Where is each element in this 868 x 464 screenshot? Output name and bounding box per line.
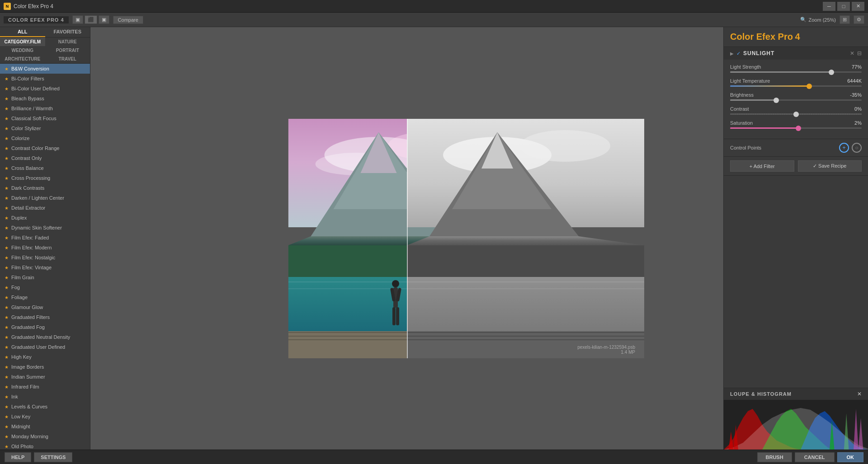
settings-button[interactable]: SETTINGS (34, 452, 72, 462)
filter-close-icon[interactable]: ✕ (850, 50, 854, 56)
filter-label: Bi-Color User Defined (11, 86, 60, 91)
filter-item-film-efex-vintage[interactable]: ★Film Efex: Vintage (0, 262, 90, 272)
filter-item-contrast-only[interactable]: ★Contrast Only (0, 153, 90, 163)
add-cp-button[interactable]: + (839, 143, 849, 153)
contrast-thumb[interactable] (793, 112, 799, 117)
tab-favorites[interactable]: FAVORITES (45, 27, 90, 37)
filter-item-detail-extractor[interactable]: ★Detail Extractor (0, 203, 90, 213)
contrast-slider[interactable] (730, 113, 862, 115)
saturation-value: 2% (854, 120, 862, 126)
light-temp-slider[interactable] (730, 85, 862, 87)
filter-item-dynamic-skin-softener[interactable]: ★Dynamic Skin Softener (0, 223, 90, 233)
tab-all[interactable]: ALL (0, 27, 45, 37)
filter-item-bi-color-user-defined[interactable]: ★Bi-Color User Defined (0, 84, 90, 94)
filter-section-header[interactable]: ▶ ✓ SUNLIGHT ✕ ⊟ (724, 47, 868, 60)
filter-item-film-efex-modern[interactable]: ★Film Efex: Modern (0, 243, 90, 253)
canvas-area[interactable]: pexels-kilian-m-1232594.psb 1.4 MP (90, 27, 723, 450)
filter-item-midnight[interactable]: ★Midnight (0, 422, 90, 431)
add-filter-button[interactable]: + Add Filter (730, 160, 794, 172)
filter-item-glamour-glow[interactable]: ★Glamour Glow (0, 302, 90, 312)
ok-button[interactable]: OK (837, 452, 864, 462)
filter-item-film-grain[interactable]: ★Film Grain (0, 272, 90, 282)
filter-item-classical-soft-focus[interactable]: ★Classical Soft Focus (0, 113, 90, 123)
minimize-button[interactable]: ─ (823, 2, 835, 11)
view-split-v-button[interactable]: ▣ (99, 15, 109, 24)
filter-item-film-efex-nostalgic[interactable]: ★Film Efex: Nostalgic (0, 253, 90, 262)
tab-portrait[interactable]: PORTRAIT (45, 46, 90, 55)
svg-marker-47 (854, 409, 859, 450)
filter-item-bi-color-filters[interactable]: ★Bi-Color Filters (0, 74, 90, 84)
filter-label: Graduated User Defined (11, 344, 65, 350)
filter-item-graduated-fog[interactable]: ★Graduated Fog (0, 322, 90, 332)
brightness-thumb[interactable] (774, 98, 779, 103)
control-points-row: Control Points + ○ (724, 139, 868, 156)
filter-item-bw-conversion[interactable]: ★B&W Conversion (0, 64, 90, 74)
view-split-h-button[interactable]: ⬛ (85, 15, 97, 24)
filter-item-indian-summer[interactable]: ★Indian Summer (0, 372, 90, 382)
filter-item-monday-morning[interactable]: ★Monday Morning (0, 431, 90, 441)
filter-label: Color Stylizer (11, 126, 41, 131)
filter-item-cross-balance[interactable]: ★Cross Balance (0, 163, 90, 173)
filter-item-foliage[interactable]: ★Foliage (0, 292, 90, 302)
filter-item-old-photo[interactable]: ★Old Photo (0, 441, 90, 450)
filter-item-ink[interactable]: ★Ink (0, 392, 90, 402)
brush-button[interactable]: BRUSH (757, 452, 792, 462)
title-bar-controls[interactable]: ─ □ ✕ (823, 2, 864, 11)
filter-expand-icon[interactable]: ⊟ (857, 50, 862, 56)
tab-nature[interactable]: NATURE (45, 37, 90, 46)
maximize-button[interactable]: □ (837, 2, 850, 11)
filter-item-infrared-film[interactable]: ★Infrared Film (0, 382, 90, 392)
filter-item-brilliance-warmth[interactable]: ★Brilliance / Warmth (0, 103, 90, 113)
filter-item-colorize[interactable]: ★Colorize (0, 133, 90, 143)
zoom-options-button[interactable]: ⚙ (854, 15, 864, 24)
help-button[interactable]: HELP (5, 452, 31, 462)
star-icon: ★ (5, 345, 9, 350)
zoom-fit-button[interactable]: ⊞ (840, 15, 850, 24)
saturation-slider[interactable] (730, 127, 862, 129)
svg-marker-25 (407, 245, 644, 277)
light-temp-thumb[interactable] (807, 84, 812, 89)
filter-item-dark-contrasts[interactable]: ★Dark Contrasts (0, 183, 90, 193)
filter-item-duplex[interactable]: ★Duplex (0, 213, 90, 223)
tab-travel[interactable]: TRAVEL (45, 55, 90, 63)
filter-item-graduated-neutral-density[interactable]: ★Graduated Neutral Density (0, 332, 90, 342)
view-single-button[interactable]: ▣ (72, 15, 83, 24)
cancel-button[interactable]: CANCEL (795, 452, 835, 462)
tab-category-film[interactable]: CATEGORY.FILM (0, 37, 45, 46)
filter-item-fog[interactable]: ★Fog (0, 282, 90, 292)
remove-cp-button[interactable]: ○ (852, 143, 862, 153)
brightness-fill (730, 99, 776, 101)
close-button[interactable]: ✕ (852, 2, 864, 11)
tab-wedding[interactable]: WEDDING (0, 46, 45, 55)
filter-item-bleach-bypass[interactable]: ★Bleach Bypass (0, 94, 90, 103)
light-temp-label: Light Temperature (730, 78, 770, 84)
filter-item-high-key[interactable]: ★High Key (0, 352, 90, 362)
svg-marker-24 (407, 236, 644, 245)
filter-label: Graduated Neutral Density (11, 334, 70, 340)
saturation-thumb[interactable] (796, 126, 801, 131)
cp-buttons: + ○ (839, 143, 862, 153)
light-strength-slider[interactable] (730, 71, 862, 73)
contrast-label: Contrast (730, 106, 749, 112)
filter-item-image-borders[interactable]: ★Image Borders (0, 362, 90, 372)
filter-item-levels-curves[interactable]: ★Levels & Curves (0, 402, 90, 412)
brightness-slider[interactable] (730, 99, 862, 101)
filter-item-low-key[interactable]: ★Low Key (0, 412, 90, 422)
svg-rect-26 (407, 277, 644, 336)
compare-button[interactable]: Compare (113, 16, 143, 24)
light-strength-thumb[interactable] (829, 70, 834, 75)
tab-architecture[interactable]: ARCHITECTURE (0, 55, 45, 63)
filter-item-contrast-color-range[interactable]: ★Contrast Color Range (0, 143, 90, 153)
filter-item-color-stylizer[interactable]: ★Color Stylizer (0, 123, 90, 133)
filter-item-cross-processing[interactable]: ★Cross Processing (0, 173, 90, 183)
filter-label: Film Efex: Modern (11, 245, 52, 250)
filter-item-darken-lighten-center[interactable]: ★Darken / Lighten Center (0, 193, 90, 203)
filter-item-film-efex-faded[interactable]: ★Film Efex: Faded (0, 233, 90, 243)
filter-item-graduated-filters[interactable]: ★Graduated Filters (0, 312, 90, 322)
filter-label: Film Grain (11, 275, 34, 280)
filter-label: Classical Soft Focus (11, 116, 57, 121)
filter-item-graduated-user-defined[interactable]: ★Graduated User Defined (0, 342, 90, 352)
save-recipe-button[interactable]: ✓ Save Recipe (798, 160, 862, 172)
histogram-header[interactable]: LOUPE & HISTOGRAM ✕ (724, 388, 868, 400)
histogram-expand-icon[interactable]: ✕ (857, 391, 862, 397)
